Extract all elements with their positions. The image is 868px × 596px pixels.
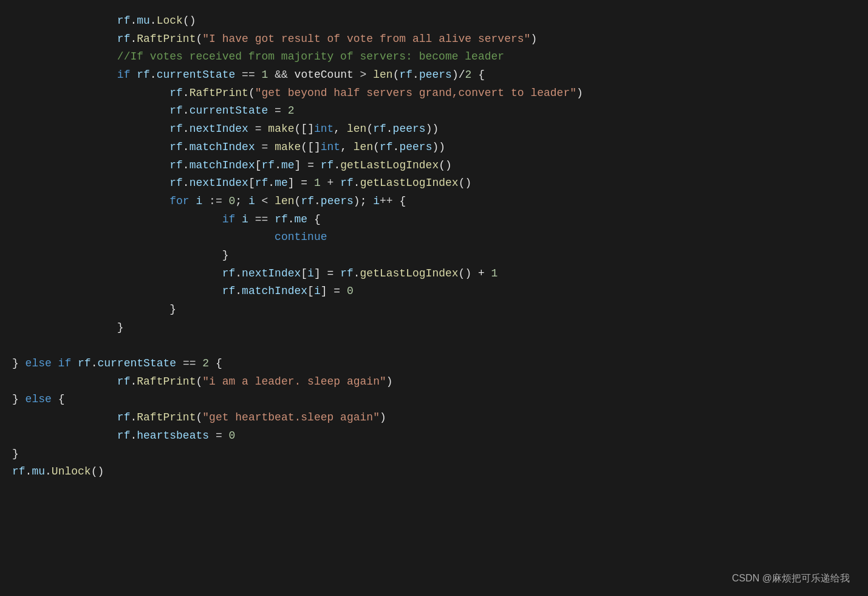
code-editor: rf.mu.Lock() rf.RaftPrint("I have got re… <box>0 0 868 596</box>
code-content: rf.mu.Lock() rf.RaftPrint("I have got re… <box>0 6 868 487</box>
watermark-text: CSDN @麻烦把可乐递给我 <box>732 572 850 585</box>
